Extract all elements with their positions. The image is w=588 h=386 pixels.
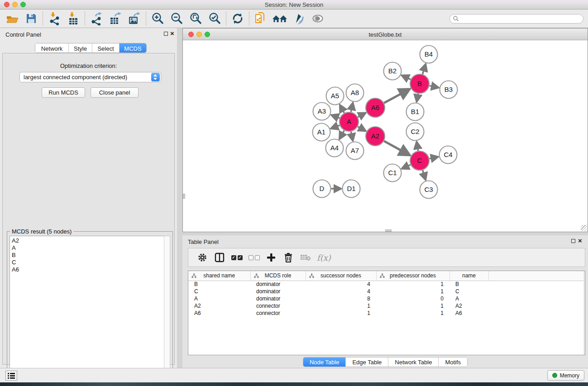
cell-shared-name[interactable]: A6: [188, 310, 250, 317]
node-B3[interactable]: B3: [440, 81, 458, 99]
cell-name[interactable]: B: [449, 281, 488, 288]
node-A7[interactable]: A7: [346, 142, 364, 160]
edge-A-A7[interactable]: [351, 132, 353, 141]
memory-button[interactable]: Memory: [547, 370, 584, 381]
table-row[interactable]: A2connector11A2: [188, 302, 585, 310]
column-header-shared-name[interactable]: shared name: [188, 271, 250, 281]
cell-name[interactable]: A: [449, 295, 488, 302]
node-D1[interactable]: D1: [343, 180, 360, 198]
mcds-result-list[interactable]: A2ABCA6: [10, 236, 165, 385]
mcds-result-item[interactable]: B: [12, 252, 164, 259]
cell-MCDS-role[interactable]: dominator: [250, 295, 306, 302]
close-panel-button[interactable]: Close panel: [91, 87, 139, 98]
node-B[interactable]: B: [410, 74, 429, 93]
show-home-icon[interactable]: [270, 10, 289, 27]
cell-shared-name[interactable]: A: [188, 295, 250, 302]
add-column-icon[interactable]: [263, 249, 280, 266]
cell-successor-nodes[interactable]: 8: [306, 295, 376, 302]
edge-A-A5[interactable]: [340, 105, 344, 113]
show-view-eye-icon[interactable]: [308, 10, 327, 27]
export-table-icon[interactable]: [106, 10, 125, 27]
node-B2[interactable]: B2: [384, 62, 402, 80]
float-panel-icon[interactable]: [571, 239, 575, 243]
node-B1[interactable]: B1: [406, 103, 424, 121]
edge-A-A1[interactable]: [331, 125, 340, 129]
edge-A6-B[interactable]: [384, 90, 409, 103]
edge-C-C2[interactable]: [417, 142, 418, 151]
mcds-result-item[interactable]: C: [12, 259, 164, 266]
zoom-selected-icon[interactable]: [205, 10, 224, 27]
node-A6[interactable]: A6: [366, 98, 385, 117]
edge-A-A4[interactable]: [339, 130, 344, 138]
tab-network-table[interactable]: Network Table: [388, 357, 439, 367]
zoom-fit-icon[interactable]: [186, 10, 205, 27]
node-A5[interactable]: A5: [326, 87, 344, 105]
network-graph[interactable]: B4B2BB3A5A8A6A3B1AA1C2A2A4A7C4CC1DD1C3: [183, 40, 588, 232]
search-input[interactable]: [449, 14, 583, 24]
edge-A-A2[interactable]: [358, 127, 365, 131]
open-file-icon[interactable]: [3, 10, 22, 27]
node-A[interactable]: A: [339, 112, 359, 131]
cell-predecessor-nodes[interactable]: 0: [376, 295, 449, 302]
hide-annotations-icon[interactable]: [289, 10, 308, 27]
edge-C-C4[interactable]: [430, 157, 438, 159]
edge-B-B4[interactable]: [423, 64, 426, 74]
node-D[interactable]: D: [313, 180, 331, 198]
cell-predecessor-nodes[interactable]: 1: [376, 281, 449, 288]
column-header-name[interactable]: name: [449, 271, 488, 281]
table-options-gear-icon[interactable]: [194, 249, 211, 266]
network-horizontal-scrollbar[interactable]: [385, 229, 392, 232]
cell-successor-nodes[interactable]: 1: [306, 302, 376, 310]
column-header-predecessor-nodes[interactable]: predecessor nodes: [376, 271, 449, 281]
edge-C-C1[interactable]: [402, 165, 411, 168]
close-panel-icon[interactable]: ×: [578, 237, 582, 245]
cell-name[interactable]: A2: [449, 302, 488, 310]
node-C2[interactable]: C2: [406, 123, 424, 141]
node-A4[interactable]: A4: [326, 139, 344, 157]
zoom-in-icon[interactable]: [148, 10, 167, 27]
cell-predecessor-nodes[interactable]: 1: [376, 310, 449, 317]
node-C3[interactable]: C3: [420, 181, 438, 199]
edge-B-B2[interactable]: [402, 76, 411, 80]
cell-shared-name[interactable]: A2: [188, 302, 250, 310]
node-table[interactable]: shared nameMCDS rolesuccessor nodesprede…: [188, 271, 585, 317]
tab-motifs[interactable]: Motifs: [439, 357, 467, 367]
node-C1[interactable]: C1: [384, 164, 402, 182]
cell-name[interactable]: A6: [449, 310, 488, 317]
mcds-result-item[interactable]: A6: [12, 266, 164, 273]
table-row[interactable]: Bdominator41B: [188, 281, 585, 288]
edge-A-A8[interactable]: [351, 103, 353, 112]
cell-predecessor-nodes[interactable]: 1: [376, 288, 449, 295]
cell-MCDS-role[interactable]: connector: [250, 302, 306, 310]
export-network-icon[interactable]: [87, 10, 106, 27]
import-network-icon[interactable]: [45, 10, 64, 27]
mcds-result-item[interactable]: A: [12, 244, 164, 252]
close-panel-icon[interactable]: ×: [170, 29, 174, 38]
cell-shared-name[interactable]: B: [188, 281, 250, 288]
column-header-MCDS-role[interactable]: MCDS role: [250, 271, 306, 281]
table-row[interactable]: Cdominator41C: [188, 288, 585, 295]
node-C[interactable]: C: [410, 151, 429, 170]
show-column-icon[interactable]: [211, 249, 228, 266]
cell-successor-nodes[interactable]: 4: [306, 281, 376, 288]
cell-successor-nodes[interactable]: 4: [306, 288, 376, 295]
edge-A-A3[interactable]: [332, 115, 340, 118]
tab-node-table[interactable]: Node Table: [303, 357, 346, 367]
run-mcds-button[interactable]: Run MCDS: [42, 87, 85, 98]
import-table-icon[interactable]: [64, 10, 83, 27]
delete-column-trash-icon[interactable]: [280, 249, 297, 266]
table-row[interactable]: Adominator80A: [188, 295, 585, 302]
refresh-layout-icon[interactable]: [228, 10, 247, 27]
edge-A-A6[interactable]: [358, 113, 365, 117]
mcds-result-item[interactable]: A2: [12, 237, 164, 244]
cell-name[interactable]: C: [449, 288, 488, 295]
cell-shared-name[interactable]: C: [188, 288, 250, 295]
tab-edge-table[interactable]: Edge Table: [346, 357, 388, 367]
column-header-successor-nodes[interactable]: successor nodes: [306, 271, 376, 281]
table-scrollbar[interactable]: [583, 271, 585, 355]
tab-mcds[interactable]: MCDS: [120, 43, 146, 53]
tab-style[interactable]: Style: [69, 43, 92, 53]
save-session-icon[interactable]: [22, 10, 41, 27]
table-row[interactable]: A6connector11A6: [188, 310, 585, 317]
cell-predecessor-nodes[interactable]: 1: [376, 302, 449, 310]
